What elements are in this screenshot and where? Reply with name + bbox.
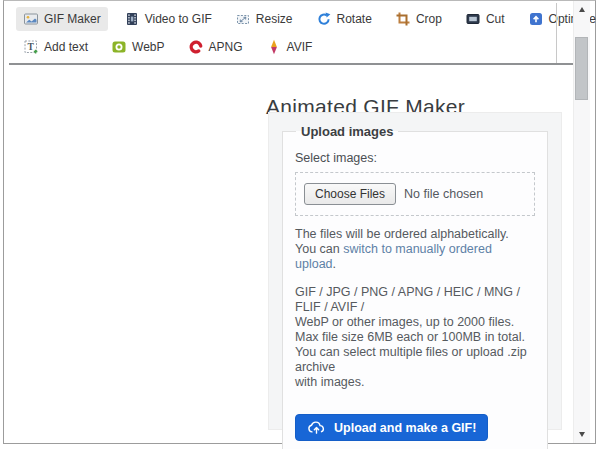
toolbar-row-2: T Add text WebP APNG AVIF: [16, 34, 319, 60]
menu-item-avif[interactable]: AVIF: [259, 35, 320, 59]
scrollbar-thumb[interactable]: [575, 37, 588, 100]
scroll-down-icon: [579, 432, 585, 437]
video-to-gif-icon: [124, 11, 140, 27]
upload-fieldset: Upload images Select images: Choose File…: [282, 124, 548, 449]
menu-item-label: APNG: [209, 40, 243, 54]
menu-item-rotate[interactable]: Rotate: [309, 7, 379, 31]
upload-cloud-icon: [307, 420, 326, 435]
menu-item-label: Cut: [486, 12, 505, 26]
formats-line: with images.: [295, 375, 535, 390]
scroll-up-icon: [579, 7, 585, 12]
menu-item-cut[interactable]: Cut: [458, 7, 512, 31]
menu-item-crop[interactable]: Crop: [388, 7, 449, 31]
menu-item-resize[interactable]: Resize: [228, 7, 300, 31]
select-images-label: Select images:: [295, 151, 535, 165]
upload-fieldset-legend: Upload images: [296, 124, 398, 139]
upload-button-label: Upload and make a GIF!: [334, 421, 476, 435]
order-note-line2: You can switch to manually ordered uploa…: [295, 242, 535, 272]
toolbar-right-border: [556, 3, 557, 63]
order-note: The files will be ordered alphabetically…: [295, 227, 535, 272]
webp-icon: [111, 39, 127, 55]
menu-item-label: Add text: [44, 40, 88, 54]
formats-line: Max file size 6MB each or 100MB in total…: [295, 330, 535, 345]
rotate-icon: [316, 11, 332, 27]
menu-item-label: GIF Maker: [44, 12, 101, 26]
toolbar-divider: [9, 63, 590, 65]
gif-maker-icon: [23, 11, 39, 27]
svg-text:T: T: [27, 42, 34, 52]
menu-item-label: AVIF: [287, 40, 313, 54]
formats-line: GIF / JPG / PNG / APNG / HEIC / MNG / FL…: [295, 285, 535, 315]
menu-item-webp[interactable]: WebP: [104, 35, 171, 59]
vertical-scrollbar[interactable]: [573, 1, 590, 443]
scroll-down-button[interactable]: [574, 427, 590, 441]
avif-icon: [266, 39, 282, 55]
menu-item-gif-maker[interactable]: GIF Maker: [16, 7, 108, 31]
formats-note: GIF / JPG / PNG / APNG / HEIC / MNG / FL…: [295, 285, 535, 390]
formats-line: You can select multiple files or upload …: [295, 345, 535, 375]
resize-icon: [235, 11, 251, 27]
menu-item-label: WebP: [132, 40, 164, 54]
formats-line: WebP or other images, up to 2000 files.: [295, 315, 535, 330]
apng-icon: [188, 39, 204, 55]
optimize-icon: [528, 11, 544, 27]
browser-window: GIF Maker Video to GIF Resize Rotate Cro…: [3, 0, 596, 444]
choose-files-button[interactable]: Choose Files: [304, 183, 396, 205]
scroll-up-button[interactable]: [574, 2, 590, 16]
toolbar-row-1: GIF Maker Video to GIF Resize Rotate Cro…: [16, 6, 600, 32]
file-input-area: Choose Files No file chosen: [295, 172, 535, 216]
file-chosen-status: No file chosen: [404, 187, 483, 201]
menu-item-apng[interactable]: APNG: [181, 35, 250, 59]
menu-item-video-to-gif[interactable]: Video to GIF: [117, 7, 219, 31]
cut-icon: [465, 11, 481, 27]
menu-item-add-text[interactable]: T Add text: [16, 35, 95, 59]
order-note-line1: The files will be ordered alphabetically…: [295, 227, 535, 242]
add-text-icon: T: [23, 39, 39, 55]
upload-panel: Upload images Select images: Choose File…: [268, 112, 562, 430]
upload-and-make-gif-button[interactable]: Upload and make a GIF!: [295, 414, 488, 441]
menu-item-label: Resize: [256, 12, 293, 26]
menu-item-label: Rotate: [337, 12, 372, 26]
menu-item-label: Crop: [416, 12, 442, 26]
menu-item-label: Video to GIF: [145, 12, 212, 26]
crop-icon: [395, 11, 411, 27]
